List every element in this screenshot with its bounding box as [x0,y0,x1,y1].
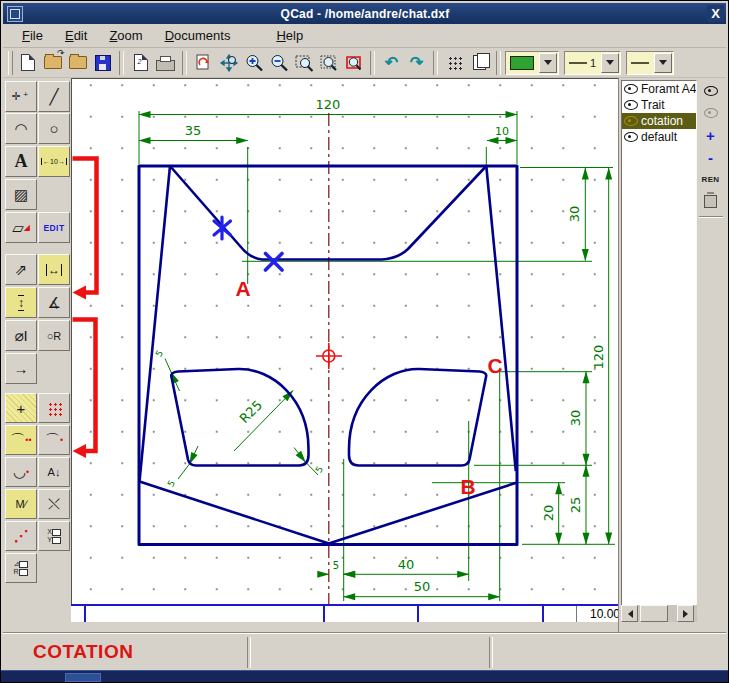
menu-help[interactable]: Help [267,26,312,45]
draw-line-tool[interactable]: ╱ [38,81,70,112]
zoom-previous-button[interactable] [341,51,366,75]
linestyle-line-icon [631,62,649,64]
pan-icon [219,53,239,73]
eye-icon[interactable] [624,116,638,126]
line-style-combo[interactable] [626,51,674,75]
chevron-down-icon[interactable] [539,53,557,73]
scroll-right-button[interactable] [677,605,694,622]
left-arrowhead-icon [73,286,87,300]
layer-row-foramt-a4[interactable]: Foramt A4 [622,81,696,97]
taskbar-segment[interactable] [65,673,101,682]
toolbar-handle[interactable] [8,51,13,75]
dimension-tool[interactable]: ←10→ [38,146,70,177]
rename-layer-button[interactable]: REN [699,168,723,190]
snap-distance-tool[interactable]: ⋰ [5,521,37,551]
hatch-tool[interactable]: ▨ [5,179,37,210]
draw-circle-tool[interactable]: ○ [38,113,70,144]
dim-diameter-tool[interactable]: ⌀I [5,320,37,351]
redo-button[interactable]: ↷ [404,51,429,75]
drawing-svg: 120 35 10 30 120 30 25 20 40 50 5 R25 5 … [72,79,624,605]
layer-name: default [641,130,677,144]
pen-color-combo[interactable] [505,51,559,75]
delete-layer-button[interactable] [699,190,723,212]
dim-angular-tool[interactable]: ∡ [38,287,70,318]
zoom-out-button[interactable] [266,51,291,75]
dim-horizontal-tool[interactable]: ↔ [38,254,70,285]
snap-on-entity-tool[interactable]: ⌒• [38,425,70,455]
layer-row-default[interactable]: default [622,129,696,145]
zoom-in-button[interactable] [241,51,266,75]
layer-hide-button[interactable] [699,102,723,124]
coordinate-polar-tool[interactable]: ⊿R [5,553,37,583]
zoom-window-icon [294,53,314,73]
drawing-canvas[interactable]: 120 35 10 30 120 30 25 20 40 50 5 R25 5 … [71,78,623,622]
scrollbar-thumb[interactable] [640,605,668,622]
close-button[interactable]: X [707,5,724,22]
layers-icon [473,55,486,70]
coordinate-xy-tool[interactable]: XY [38,521,70,551]
trash-icon [704,195,717,208]
dim-aligned-tool[interactable]: ⇗ [5,254,37,285]
annotation-arrows [73,159,97,459]
layer-visibility-button[interactable] [699,80,723,102]
layer-row-cotation[interactable]: cotation [622,113,696,129]
snap-endpoint-tool[interactable]: ⌒•• [5,425,37,455]
eye-icon[interactable] [624,84,638,94]
chevron-down-icon[interactable] [654,53,672,73]
zoom-pan-button[interactable] [216,51,241,75]
print-button[interactable] [153,51,178,75]
canvas-ruler[interactable]: 10.00 [71,604,623,622]
scroll-left-button[interactable] [621,605,638,622]
dim-vertical-tool[interactable]: ↕ [5,287,37,318]
window-menu-icon[interactable] [7,6,23,22]
dimension-labels: 120 35 10 30 120 30 25 20 40 50 5 R25 5 … [154,97,606,594]
shape-edit-tool[interactable]: ▱◢ [5,212,37,243]
snap-middle-tool[interactable]: M∕ [5,489,37,519]
layer-list-scrollbar[interactable] [621,605,697,622]
draw-arc-tool[interactable]: ◠ [5,113,37,144]
snap-free-tool[interactable]: + [5,393,37,423]
grid-toggle-button[interactable] [442,51,467,75]
edit-button[interactable]: EDIT [38,212,70,243]
snap-auto-tool[interactable]: A↓ [38,457,70,487]
dim-radius-tool[interactable]: ○R [38,320,70,351]
draw-point-tool[interactable]: ✛⁺ [5,81,37,112]
undo-button[interactable]: ↶ [379,51,404,75]
eye-icon[interactable] [624,132,638,142]
eye-icon[interactable] [624,100,638,110]
new-page-icon [21,54,35,71]
point-a-label: A [235,277,250,300]
print-preview-button[interactable]: 2 [128,51,153,75]
save-button[interactable] [90,51,115,75]
zoom-auto-button[interactable] [316,51,341,75]
zoom-window-button[interactable] [291,51,316,75]
layer-browser-button[interactable] [467,51,492,75]
main-area: ✛⁺ ╱ ◠ ○ A ←10→ ▨ ▱◢ EDIT ⇗ ↔ ↕ ∡ ⌀I ○R … [3,78,726,634]
dim-leader-tool[interactable]: → [5,353,37,384]
menu-zoom[interactable]: Zoom [100,26,151,45]
snap-center-tool[interactable]: ◡• [5,457,37,487]
redraw-button[interactable] [191,51,216,75]
chevron-down-icon[interactable] [601,53,619,73]
qcad-window: QCad - /home/andre/chat.dxf X File Edit … [0,0,729,683]
draw-text-tool[interactable]: A [5,146,37,177]
import-button[interactable] [65,51,90,75]
menu-file[interactable]: File [13,26,52,45]
menu-edit[interactable]: Edit [56,26,96,45]
zoom-auto-icon [319,53,339,73]
layer-name: cotation [641,114,683,128]
snap-intersection-tool[interactable]: ⤬ [38,489,70,519]
new-document-button[interactable] [15,51,40,75]
pen-width-combo[interactable]: 1 [564,51,621,75]
layer-row-trait[interactable]: Trait [622,97,696,113]
open-file-button[interactable] [40,51,65,75]
title-bar[interactable]: QCad - /home/andre/chat.dxf X [3,3,726,24]
add-layer-button[interactable]: + [699,124,723,146]
menu-documents[interactable]: Documents [156,26,240,45]
zoom-previous-icon [344,53,364,73]
remove-layer-button[interactable]: - [699,146,723,168]
snap-grid-tool[interactable] [38,393,70,423]
divider [699,216,723,218]
layer-name: Foramt A4 [641,82,696,96]
dim-20: 20 [541,505,556,522]
